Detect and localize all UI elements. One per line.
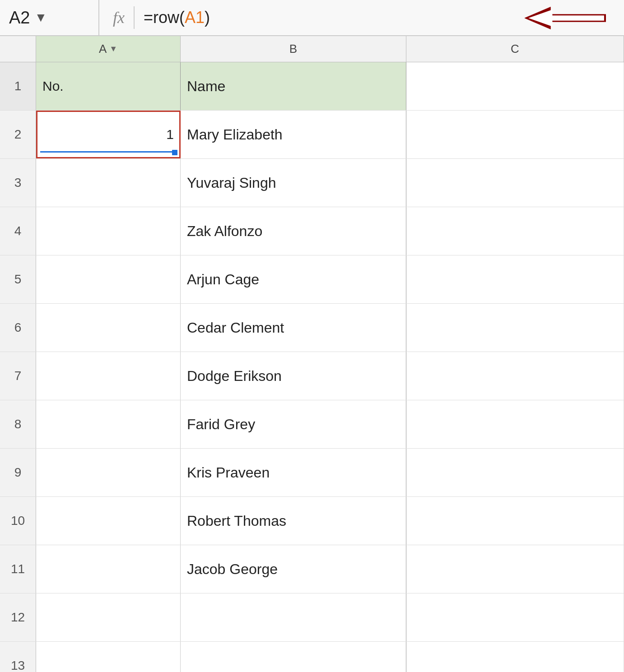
cell-c3[interactable] (406, 159, 624, 207)
arrow-icon (525, 5, 606, 32)
row-number-9: 9 (0, 449, 36, 496)
row-number-8: 8 (0, 400, 36, 448)
cell-c11[interactable] (406, 545, 624, 593)
cell-c5[interactable] (406, 255, 624, 303)
row-number-4: 4 (0, 207, 36, 255)
cell-c4[interactable] (406, 207, 624, 255)
cell-c7[interactable] (406, 352, 624, 400)
cell-b6[interactable]: Cedar Clement (181, 304, 406, 352)
cell-a13[interactable] (36, 642, 181, 672)
row-number-7: 7 (0, 352, 36, 400)
formula-display: =row(A1) (144, 8, 210, 27)
cell-b3[interactable]: Yuvaraj Singh (181, 159, 406, 207)
cell-c6[interactable] (406, 304, 624, 352)
cell-b10[interactable]: Robert Thomas (181, 497, 406, 545)
row-number-12: 12 (0, 593, 36, 641)
row-number-5: 5 (0, 255, 36, 303)
cell-selection-underline (40, 151, 173, 153)
cell-b12[interactable] (181, 593, 406, 641)
row-num-header-corner (0, 36, 36, 62)
column-headers-row: A ▼ B C (0, 36, 624, 62)
cell-c13[interactable] (406, 642, 624, 672)
row-number-10: 10 (0, 497, 36, 545)
cell-a5[interactable] (36, 255, 181, 303)
cell-b5[interactable]: Arjun Cage (181, 255, 406, 303)
cell-reference-box[interactable]: A2 ▼ (9, 0, 99, 35)
spreadsheet: A ▼ B C 1 No. Name 2 1 Mary Elizabeth 3 … (0, 36, 624, 672)
cell-c8[interactable] (406, 400, 624, 448)
cell-a9[interactable] (36, 449, 181, 496)
fx-separator (134, 6, 135, 29)
table-row: 2 1 Mary Elizabeth (0, 111, 624, 159)
row-number-3: 3 (0, 159, 36, 207)
cell-b11[interactable]: Jacob George (181, 545, 406, 593)
row-number-13: 13 (0, 642, 36, 672)
cell-c2[interactable] (406, 111, 624, 158)
table-row: 11 Jacob George (0, 545, 624, 593)
col-header-c[interactable]: C (406, 36, 624, 62)
formula-bar: A2 ▼ fx =row(A1) (0, 0, 624, 36)
cell-b4[interactable]: Zak Alfonzo (181, 207, 406, 255)
row-number-1: 1 (0, 62, 36, 110)
table-row: 3 Yuvaraj Singh (0, 159, 624, 207)
cell-ref-dropdown-icon[interactable]: ▼ (34, 10, 47, 25)
formula-suffix: ) (205, 8, 210, 27)
cell-b1[interactable]: Name (181, 62, 406, 110)
table-row: 7 Dodge Erikson (0, 352, 624, 400)
cell-b2[interactable]: Mary Elizabeth (181, 111, 406, 158)
col-c-label: C (511, 42, 519, 56)
table-row: 12 (0, 593, 624, 642)
col-header-b[interactable]: B (181, 36, 406, 62)
col-a-dropdown-icon[interactable]: ▼ (109, 44, 117, 54)
arrow-annotation (525, 5, 606, 32)
cell-b9[interactable]: Kris Praveen (181, 449, 406, 496)
cell-c9[interactable] (406, 449, 624, 496)
cell-a3[interactable] (36, 159, 181, 207)
row-number-2: 2 (0, 111, 36, 158)
cell-c12[interactable] (406, 593, 624, 641)
cell-c10[interactable] (406, 497, 624, 545)
cell-b7[interactable]: Dodge Erikson (181, 352, 406, 400)
cell-a4[interactable] (36, 207, 181, 255)
cell-a1[interactable]: No. (36, 62, 181, 110)
cell-a11[interactable] (36, 545, 181, 593)
formula-prefix: =row( (144, 8, 185, 27)
cell-a7[interactable] (36, 352, 181, 400)
table-row: 1 No. Name (0, 62, 624, 111)
col-a-label: A (99, 42, 107, 56)
cell-a2-selected[interactable]: 1 (36, 111, 181, 158)
cell-a6[interactable] (36, 304, 181, 352)
row-number-6: 6 (0, 304, 36, 352)
table-row: 13 (0, 642, 624, 672)
table-row: 10 Robert Thomas (0, 497, 624, 545)
cell-a8[interactable] (36, 400, 181, 448)
cell-a12[interactable] (36, 593, 181, 641)
cell-ref-label: A2 (9, 8, 30, 28)
col-header-a[interactable]: A ▼ (36, 36, 181, 62)
formula-arg: A1 (185, 8, 205, 27)
col-b-label: B (289, 42, 297, 56)
fx-icon: fx (113, 8, 125, 27)
row-number-11: 11 (0, 545, 36, 593)
table-row: 5 Arjun Cage (0, 255, 624, 304)
cell-c1[interactable] (406, 62, 624, 110)
cell-a10[interactable] (36, 497, 181, 545)
table-row: 9 Kris Praveen (0, 449, 624, 497)
cell-b8[interactable]: Farid Grey (181, 400, 406, 448)
table-row: 6 Cedar Clement (0, 304, 624, 352)
table-row: 4 Zak Alfonzo (0, 207, 624, 255)
cell-b13[interactable] (181, 642, 406, 672)
table-row: 8 Farid Grey (0, 400, 624, 449)
